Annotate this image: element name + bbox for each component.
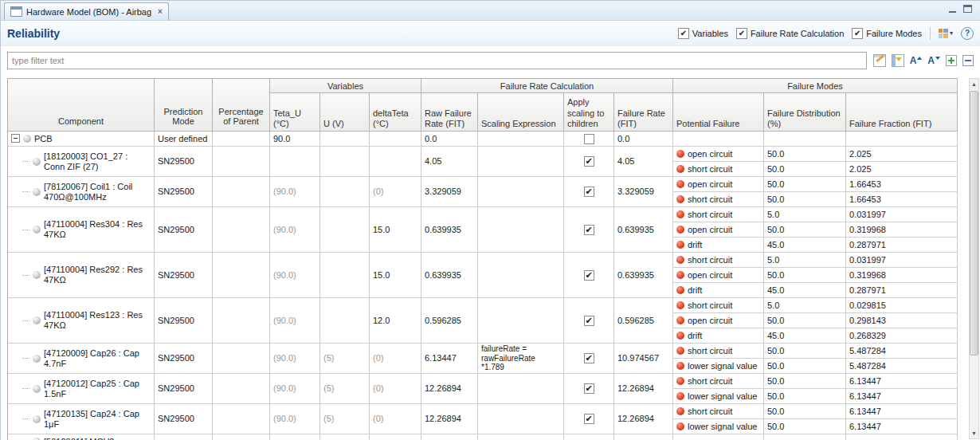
failure-distribution-cell[interactable]: 45.0 <box>764 283 846 298</box>
prediction-mode-cell[interactable] <box>155 434 213 440</box>
teta-u-cell[interactable]: (90.0) <box>270 253 320 298</box>
percentage-of-parent-cell[interactable] <box>213 298 270 344</box>
prediction-mode-cell[interactable]: SN29500 <box>155 253 213 298</box>
u-cell[interactable] <box>320 132 370 147</box>
component-cell[interactable]: [78120067] Coil1 : Coil 470Ω@100MHz <box>8 177 155 207</box>
apply-scaling-checkbox[interactable]: ✔ <box>584 316 594 326</box>
scaling-expression-cell[interactable] <box>478 434 564 440</box>
scaling-expression-cell[interactable] <box>478 298 564 344</box>
failure-fraction-cell[interactable]: 0.029815 <box>846 298 958 313</box>
u-cell[interactable] <box>320 207 370 253</box>
tree-collapse-icon[interactable] <box>11 134 20 143</box>
percentage-of-parent-cell[interactable] <box>213 344 270 374</box>
component-cell[interactable]: [47110004] Res292 : Res 47KΩ <box>8 253 155 298</box>
variables-checkbox[interactable]: ✔ <box>678 28 689 39</box>
failure-rate-cell[interactable]: 10.974567 <box>614 344 673 374</box>
table-row[interactable]: [78120067] Coil1 : Coil 470Ω@100MHzSN295… <box>8 177 958 207</box>
delta-teta-cell[interactable] <box>370 147 421 177</box>
apply-scaling-checkbox[interactable]: ✔ <box>584 353 594 363</box>
apply-scaling-checkbox[interactable]: ✔ <box>584 225 594 235</box>
failure-fraction-cell[interactable]: 2.025 <box>846 147 958 162</box>
failure-mode-row[interactable]: drift45.00.268329 <box>673 328 958 344</box>
potential-failure-cell[interactable]: short circuit <box>673 253 764 268</box>
u-cell[interactable]: (5) <box>320 404 370 434</box>
failure-mode-row[interactable]: short circuit5.00.031997 <box>673 253 958 268</box>
potential-failure-cell[interactable]: short circuit <box>673 344 764 359</box>
potential-failure-cell[interactable]: open circuit <box>673 313 764 328</box>
failure-distribution-cell[interactable]: 50.0 <box>764 162 846 177</box>
configure-columns-icon[interactable] <box>892 54 904 67</box>
scroll-up-icon[interactable]: ▲ <box>970 79 978 89</box>
u-cell[interactable]: (5) <box>320 374 370 404</box>
failure-fraction-cell[interactable]: 0.319968 <box>846 222 958 238</box>
u-cell[interactable] <box>320 298 370 344</box>
failure-mode-row[interactable]: open circuit50.00.319968 <box>673 222 958 238</box>
component-cell[interactable]: [47110004] Res304 : Res 47KΩ <box>8 207 155 253</box>
component-cell[interactable]: [47110004] Res123 : Res 47KΩ <box>8 298 155 344</box>
raw-failure-rate-cell[interactable]: 0.0 <box>421 132 478 147</box>
failure-fraction-cell[interactable] <box>846 132 958 147</box>
tab-close-icon[interactable]: × <box>158 7 163 16</box>
editor-tab[interactable]: Hardware Model (BOM) - Airbag × <box>4 2 169 20</box>
failure-distribution-cell[interactable]: 45.0 <box>764 238 846 253</box>
failure-modes-checkbox[interactable]: ✔ <box>852 28 863 39</box>
apply-scaling-checkbox[interactable]: ✔ <box>584 156 594 167</box>
u-cell[interactable] <box>320 147 370 177</box>
raw-failure-rate-cell[interactable] <box>421 434 478 440</box>
failure-fraction-cell[interactable]: 2.025 <box>846 162 958 177</box>
failure-mode-row[interactable]: lower signal value50.06.13447 <box>673 389 958 404</box>
failure-mode-row[interactable]: short circuit50.05.487284 <box>673 344 958 359</box>
scaling-expression-cell[interactable] <box>478 132 564 147</box>
edit-table-icon[interactable] <box>873 54 886 67</box>
apply-scaling-checkbox[interactable]: ✔ <box>584 187 594 197</box>
scaling-expression-cell[interactable]: failureRate = rawFailureRate *1.789 <box>478 344 564 374</box>
teta-u-cell[interactable]: (90.0) <box>270 404 320 434</box>
potential-failure-cell[interactable]: short circuit <box>673 207 764 222</box>
scroll-down-icon[interactable]: ▼ <box>970 428 978 438</box>
column-header-delta-teta[interactable]: deltaTeta (°C) <box>370 93 421 132</box>
failure-rate-cell[interactable]: 3.329059 <box>614 177 673 207</box>
failure-fraction-cell[interactable]: 5.487284 <box>846 359 958 374</box>
teta-u-cell[interactable]: (90.0) <box>270 177 320 207</box>
percentage-of-parent-cell[interactable] <box>213 177 270 207</box>
column-header-teta-u[interactable]: Teta_U (°C) <box>270 93 320 132</box>
restore-icon[interactable] <box>963 5 972 13</box>
failure-distribution-cell[interactable]: 50.0 <box>764 374 846 389</box>
prediction-mode-cell[interactable]: SN29500 <box>155 177 213 207</box>
delta-teta-cell[interactable]: (0) <box>370 374 421 404</box>
failure-distribution-cell[interactable]: 5.0 <box>764 298 846 313</box>
failure-mode-row[interactable]: short circuit5.00.031997 <box>673 207 958 222</box>
failure-mode-row[interactable]: drift45.00.287971 <box>673 283 958 298</box>
potential-failure-cell[interactable]: short circuit <box>673 298 764 313</box>
apply-scaling-cell[interactable]: ✔ <box>564 207 614 253</box>
failure-fraction-cell[interactable]: 0.268329 <box>846 328 958 344</box>
failure-fraction-cell[interactable] <box>846 434 958 440</box>
failure-distribution-cell[interactable]: 50.0 <box>764 268 846 283</box>
scaling-expression-cell[interactable] <box>478 207 564 253</box>
column-header-apply-scaling[interactable]: Apply scaling to children <box>564 93 614 132</box>
delta-teta-cell[interactable] <box>370 434 421 440</box>
failure-distribution-cell[interactable]: 5.0 <box>764 207 846 222</box>
failure-distribution-cell[interactable]: 50.0 <box>764 344 846 359</box>
raw-failure-rate-cell[interactable]: 12.26894 <box>421 404 478 434</box>
potential-failure-cell[interactable]: open circuit <box>673 222 764 238</box>
teta-u-cell[interactable]: 90.0 <box>270 132 320 147</box>
raw-failure-rate-cell[interactable]: 12.26894 <box>421 374 478 404</box>
failure-fraction-cell[interactable]: 0.031997 <box>846 207 958 222</box>
failure-mode-row[interactable]: short circuit50.06.13447 <box>673 374 958 389</box>
prediction-mode-cell[interactable]: SN29500 <box>155 147 213 177</box>
prediction-mode-cell[interactable]: SN29500 <box>155 344 213 374</box>
failure-rate-cell[interactable]: 0.639935 <box>614 207 673 253</box>
expand-all-icon[interactable] <box>946 55 957 66</box>
column-header-u[interactable]: U (V) <box>320 93 370 132</box>
failure-distribution-cell[interactable]: 50.0 <box>764 177 846 192</box>
column-header-prediction-mode[interactable]: Prediction Mode <box>155 79 213 132</box>
apply-scaling-cell[interactable]: ✔ <box>564 253 614 298</box>
delta-teta-cell[interactable] <box>370 132 421 147</box>
scaling-expression-cell[interactable] <box>478 404 564 434</box>
apply-scaling-checkbox[interactable]: ✔ <box>584 383 594 394</box>
failure-distribution-cell[interactable] <box>764 132 846 147</box>
failure-fraction-cell[interactable]: 6.13447 <box>846 419 958 434</box>
teta-u-cell[interactable]: (90.0) <box>270 207 320 253</box>
apply-scaling-checkbox[interactable] <box>584 134 594 144</box>
